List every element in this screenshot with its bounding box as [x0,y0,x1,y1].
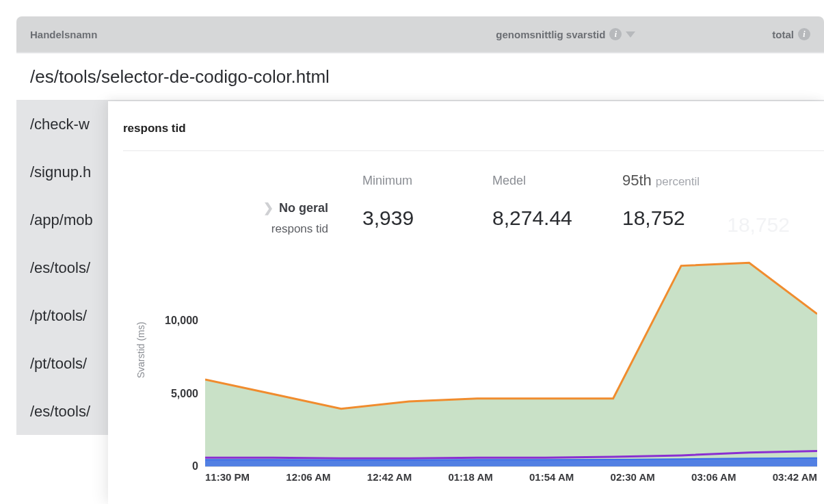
x-tick: 03:42 AM [773,471,817,483]
info-icon[interactable]: i [798,28,810,40]
stat-value-min: 3,939 [362,207,492,230]
p95-number: 95th [622,172,652,189]
response-time-chart: Svarstid (ms) 0 5,000 10,000 11:30 PM 12… [123,248,824,494]
transaction-name: /es/tools/selector-de-codigo-color.html [30,66,330,88]
col-header-total-label: total [772,29,794,40]
y-axis-ticks: 0 5,000 10,000 [150,248,198,467]
transaction-name: /signup.h [30,163,91,181]
y-tick: 0 [150,460,198,473]
stat-value-avg: 8,274.44 [492,207,622,230]
group-label: No geral [279,201,328,215]
x-tick: 11:30 PM [205,471,250,483]
detail-panel: respons tid Minimum Medel 95thpercentil … [108,101,824,504]
stats-header-avg: Medel [492,174,622,188]
x-tick: 01:18 AM [448,471,492,483]
stats-header-min: Minimum [362,174,492,188]
col-header-response-label: genomsnittlig svarstid [496,29,605,40]
chevron-down-icon[interactable] [626,31,635,38]
transaction-name: /check-w [30,116,90,133]
p95-word: percentil [656,175,700,188]
stats-grid: Minimum Medel 95thpercentil ❯ No geral r… [171,172,824,236]
ghost-value: 18,752 [727,213,790,237]
divider [123,150,824,151]
info-icon[interactable]: i [609,28,622,40]
expand-toggle[interactable]: ❯ No geral [263,200,328,215]
table-row[interactable]: /es/tools/selector-de-codigo-color.html [16,52,824,100]
x-tick: 01:54 AM [529,471,574,483]
col-header-name[interactable]: Handelsnamn [30,29,496,40]
chevron-right-icon: ❯ [263,200,274,215]
x-axis-line [205,466,817,467]
x-tick: 03:06 AM [691,471,736,483]
y-tick: 5,000 [150,388,198,400]
panel-title: respons tid [123,122,824,135]
chart-plot[interactable] [205,248,817,467]
transaction-name: /pt/tools/ [30,307,87,325]
transaction-name: /es/tools/ [30,403,90,421]
col-header-response[interactable]: genomsnittlig svarstid i [496,28,635,40]
row-sublabel: respons tid [171,222,328,236]
transaction-name: /es/tools/ [30,259,90,277]
x-tick: 12:42 AM [367,471,412,483]
stats-row-label: ❯ No geral respons tid [171,200,362,236]
y-axis-label: Svarstid (ms) [135,322,146,378]
col-header-total[interactable]: total i [772,28,810,40]
x-tick: 02:30 AM [611,471,655,483]
stats-header-p95: 95thpercentil [622,172,759,189]
transaction-name: /app/mob [30,211,93,229]
y-tick: 10,000 [150,315,198,327]
table-header: Handelsnamn genomsnittlig svarstid i tot… [16,16,824,52]
x-axis-ticks: 11:30 PM 12:06 AM 12:42 AM 01:18 AM 01:5… [205,471,817,483]
x-tick: 12:06 AM [286,471,330,483]
transaction-name: /pt/tools/ [30,355,87,373]
